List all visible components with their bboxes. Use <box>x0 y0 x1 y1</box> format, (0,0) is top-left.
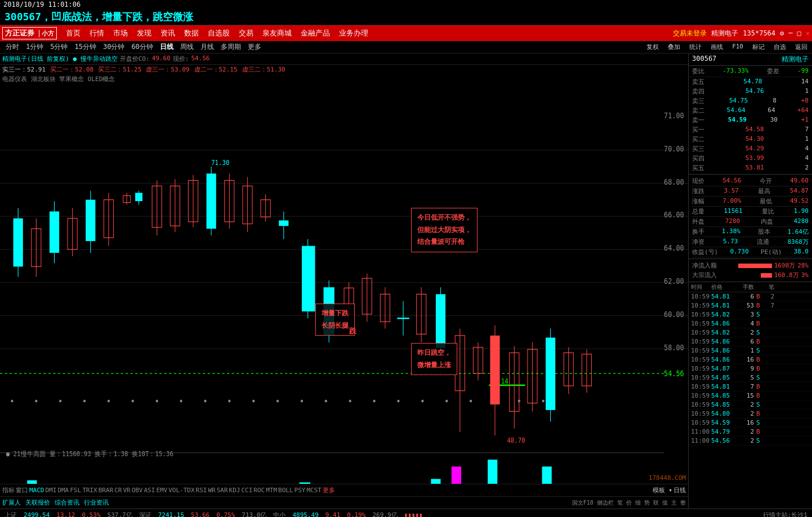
ind-mtm[interactable]: MTM <box>266 487 277 494</box>
nav-watchlist[interactable]: 自选股 <box>203 28 234 38</box>
ctrl-mark[interactable]: 标记 <box>750 43 767 51</box>
ind-vr[interactable]: VR <box>123 487 130 494</box>
low-price: 49.52 <box>790 197 809 206</box>
ind-cci[interactable]: CCI <box>241 487 252 494</box>
panel-right-bottom[interactable]: 国文F10 侧边栏 笔 价 细 势 联 值 主 整 <box>572 499 686 507</box>
login-status[interactable]: 交易未登录 <box>673 29 707 38</box>
candle-chart-container[interactable]: 71.00 70.00 68.00 66.00 64.00 62.00 60.0… <box>0 84 688 484</box>
ind-emv[interactable]: EMV <box>156 487 167 494</box>
stock-name-nav[interactable]: 精测电子 <box>711 29 738 38</box>
svg-text:70.00: 70.00 <box>664 144 684 153</box>
tf-weekly[interactable]: 周线 <box>177 42 197 52</box>
ind-wr[interactable]: WR <box>208 487 215 494</box>
buy5-vol: 2 <box>805 164 809 172</box>
ind-cr[interactable]: CR <box>114 487 122 494</box>
ind-dma[interactable]: DMA <box>57 487 69 494</box>
ind-obv[interactable]: OBV <box>132 487 143 494</box>
tf-30min[interactable]: 30分钟 <box>100 42 128 52</box>
nav-business[interactable]: 业务办理 <box>334 28 373 38</box>
tf-monthly[interactable]: 月线 <box>197 42 217 52</box>
ind-zhishu[interactable]: 指标 <box>2 486 15 494</box>
nav-discover[interactable]: 发现 <box>132 28 156 38</box>
index-sh-change: 13.12 <box>56 511 75 517</box>
eps: 0.730 <box>730 248 748 256</box>
ind-psy[interactable]: PSY <box>295 487 306 494</box>
sell3-change: +8 <box>801 97 809 105</box>
gear-icon[interactable]: ⚙ <box>780 29 784 37</box>
buy3-vol: 4 <box>805 145 809 153</box>
ctrl-draw[interactable]: 画线 <box>708 43 725 51</box>
ind-macd[interactable]: MACD <box>29 487 44 494</box>
ind-fsl[interactable]: FSL <box>70 487 81 494</box>
index-zx-change: 9.41 <box>325 511 341 517</box>
svg-text:71.30: 71.30 <box>211 159 229 167</box>
trade-row: 10:59 54.82 3 S <box>689 310 812 319</box>
nav-news[interactable]: 资讯 <box>156 28 180 38</box>
stock-stats: 现价54.56 今开49.60 涨跌3.57 最高54.87 涨幅7.00% 最… <box>689 176 812 258</box>
ind-rsi[interactable]: RSI <box>196 487 207 494</box>
tf-60min[interactable]: 60分钟 <box>128 42 156 52</box>
template-btn[interactable]: 模板 ▾ <box>653 486 672 494</box>
svg-point-25 <box>180 400 182 403</box>
indicator-label: 精测电子(日线 前复权) ● 慢牛异动跳空 <box>2 55 118 63</box>
tf-1min[interactable]: 1分钟 <box>23 42 47 52</box>
svg-text:71.00: 71.00 <box>664 111 684 120</box>
tf-fenshi[interactable]: 分时 <box>2 42 23 52</box>
ind-dmi[interactable]: DMI <box>46 487 57 494</box>
tf-5min[interactable]: 5分钟 <box>47 42 71 52</box>
outer-vol: 7280 <box>725 217 740 226</box>
pr-xm1: 虚二一：52.15 <box>194 65 238 74</box>
annotation-1: 今日低开不强势， 但能过大阴实项， 结合量波可开枪 <box>411 208 478 252</box>
nav-finance[interactable]: 金融产品 <box>296 28 334 38</box>
sell5-vol: 14 <box>801 78 809 86</box>
tf-daily[interactable]: 日线 <box>157 42 177 52</box>
tf-multi[interactable]: 多周期 <box>217 42 244 52</box>
net-inflow-pct: 28% <box>797 262 809 269</box>
ind-sar[interactable]: SAR <box>217 487 228 494</box>
tab-comprehensive[interactable]: 综合资讯 <box>55 498 79 507</box>
trade-row: 10:59 54.85 5 S <box>689 373 812 382</box>
index-zx-label: 中小 <box>273 511 285 517</box>
ctrl-fuquan[interactable]: 复权 <box>644 43 661 51</box>
ind-more[interactable]: 更多 <box>323 486 335 494</box>
tab-related[interactable]: 关联报价 <box>25 498 50 507</box>
tf-15min[interactable]: 15分钟 <box>71 42 99 52</box>
ind-roc[interactable]: ROC <box>253 487 265 494</box>
close-icon[interactable]: ✕ <box>806 29 810 37</box>
time-bar: 分时 1分钟 5分钟 15分钟 30分钟 60分钟 日线 周线 月线 多周期 更… <box>0 41 812 54</box>
logo[interactable]: 方正证券 小方 <box>2 27 57 39</box>
ctrl-diejia[interactable]: 叠加 <box>666 43 682 51</box>
ctrl-tongji[interactable]: 统计 <box>687 43 704 51</box>
ctrl-back[interactable]: 返回 <box>793 43 810 51</box>
pr-xs1: 虚三一：53.09 <box>146 65 189 74</box>
ind-window[interactable]: 窗口 <box>16 486 28 494</box>
float-shares: 8368万 <box>788 238 809 246</box>
candlestick-chart[interactable]: 71.00 70.00 68.00 66.00 64.00 62.00 60.0… <box>0 84 688 484</box>
nav-market2[interactable]: 市场 <box>109 28 132 38</box>
ind-asi[interactable]: ASI <box>144 487 155 494</box>
svg-text:68.00: 68.00 <box>664 177 684 186</box>
ind-brar[interactable]: BRAR <box>99 487 114 494</box>
ind-kdj[interactable]: KDJ <box>229 487 240 494</box>
sell2-change: +64 <box>797 106 809 115</box>
nav-data[interactable]: 数据 <box>180 28 203 38</box>
tab-industry[interactable]: 行业资讯 <box>84 498 109 507</box>
maximize-icon[interactable]: □ <box>797 29 801 37</box>
nav-friends[interactable]: 泉友商城 <box>258 28 296 38</box>
tab-expand[interactable]: 扩展人 <box>2 498 21 507</box>
ctrl-f10[interactable]: F10 <box>730 43 746 51</box>
nav-market1[interactable]: 行情 <box>85 28 109 38</box>
trade-list: 10:59 54.81 6 B 2 10:59 54.81 53 B 7 10:… <box>689 292 812 509</box>
minimize-icon[interactable]: ─ <box>788 29 792 37</box>
ctrl-watchlist[interactable]: 自选 <box>771 43 788 51</box>
tf-more[interactable]: 更多 <box>244 42 265 52</box>
trade-row: 10:59 54.85 15 B <box>689 391 812 400</box>
ind-mcst[interactable]: MCST <box>306 487 322 494</box>
inner-vol: 4280 <box>793 217 809 226</box>
svg-point-28 <box>252 400 255 403</box>
ind-voltdx[interactable]: VOL-TDX <box>168 487 194 494</box>
ind-trix[interactable]: TRIX <box>82 487 97 494</box>
nav-home[interactable]: 首页 <box>61 28 85 38</box>
ind-boll[interactable]: BOLL <box>278 487 293 494</box>
nav-trade[interactable]: 交易 <box>234 28 258 38</box>
